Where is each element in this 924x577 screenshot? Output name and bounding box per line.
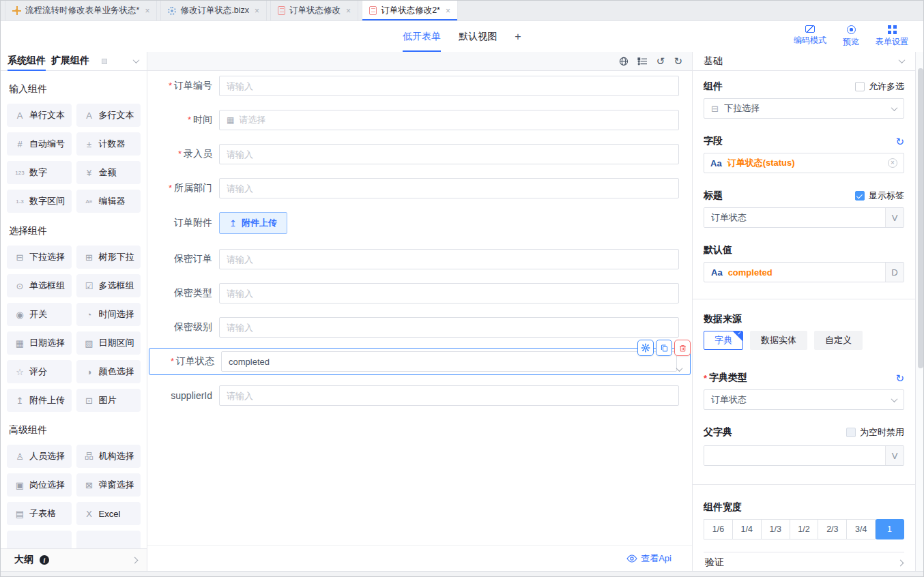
scrollbar-thumb[interactable] — [918, 68, 923, 368]
text-input[interactable] — [219, 144, 679, 164]
form-field-row[interactable]: supplierId — [147, 385, 692, 406]
component-item[interactable]: ▤ 子表格 — [7, 502, 72, 525]
component-type-select[interactable]: ⊟ 下拉选择 — [704, 98, 904, 119]
component-item[interactable]: ▦ 日期选择 — [7, 331, 72, 355]
view-api-link[interactable]: 查看Api — [641, 552, 672, 565]
component-item[interactable]: ☆ 评分 — [7, 360, 72, 383]
text-input[interactable] — [219, 249, 679, 269]
component-item[interactable]: ¥ 金额 — [76, 161, 141, 184]
data-source-option[interactable]: 数据实体 ✓ — [750, 331, 807, 350]
allow-multi-select-checkbox[interactable]: 允许多选 — [855, 80, 904, 93]
clear-icon[interactable]: × — [888, 158, 897, 168]
text-input[interactable] — [219, 178, 679, 198]
form-field-row[interactable]: 保密级别 — [147, 317, 692, 338]
title-input[interactable] — [704, 208, 885, 227]
component-item[interactable]: ▧ 日期区间 — [76, 331, 141, 355]
component-item[interactable]: A≡ 编辑器 — [76, 190, 141, 213]
text-input[interactable] — [219, 317, 679, 338]
window-tab[interactable]: 订单状态修改 × — [270, 1, 358, 20]
panel-header[interactable]: 基础 — [693, 52, 915, 71]
component-item[interactable]: # 自动编号 — [7, 132, 72, 156]
header-action-button[interactable]: 预览 — [843, 25, 859, 48]
close-icon[interactable]: × — [446, 6, 450, 16]
attachment-upload-button[interactable]: ↥ 附件上传 — [219, 212, 287, 234]
refresh-icon[interactable]: ↻ — [895, 136, 904, 147]
close-icon[interactable]: × — [145, 6, 149, 16]
component-item[interactable]: ♙ 人员选择 — [7, 445, 72, 468]
form-field-row[interactable]: *录入员 — [147, 144, 692, 164]
window-tab[interactable]: 修改订单状态.bizx × — [160, 1, 267, 20]
refresh-icon[interactable]: ↻ — [895, 373, 904, 383]
window-tab[interactable]: 流程流转时修改表单业务状态* × — [5, 1, 157, 20]
component-item[interactable]: ⊙ 单选框组 — [7, 274, 72, 297]
collapse-icon[interactable] — [102, 59, 107, 64]
view-tab[interactable]: 低开表单 — [403, 21, 441, 52]
component-item[interactable]: 123 数字 — [7, 161, 72, 184]
sidebar-tab[interactable]: 扩展组件 — [51, 52, 89, 71]
close-icon[interactable]: × — [255, 6, 259, 16]
component-item[interactable]: ↥ 附件上传 — [7, 389, 72, 412]
component-item[interactable]: ⊞ 树形下拉 — [76, 246, 141, 269]
component-item[interactable]: ☑ 多选框组 — [76, 274, 141, 297]
component-item[interactable]: ⊟ 下拉选择 — [7, 246, 72, 269]
width-option[interactable]: 3/4 — [847, 519, 876, 539]
width-option[interactable]: 1/6 — [704, 519, 733, 539]
close-icon[interactable]: × — [346, 6, 351, 16]
undo-icon[interactable]: ↺ — [656, 56, 665, 66]
form-field-row[interactable]: *时间 ▦ 请选择 — [147, 110, 692, 130]
bound-field-box[interactable]: Aa 订单状态(status) × — [704, 153, 904, 173]
header-action-button[interactable]: 表单设置 — [876, 25, 908, 48]
text-input[interactable] — [219, 76, 679, 96]
width-option[interactable]: 1/4 — [733, 519, 762, 539]
component-item[interactable]: A 多行文本 — [76, 104, 141, 127]
form-field-row[interactable]: *订单编号 — [147, 76, 692, 96]
outline-tree-icon[interactable] — [637, 57, 648, 66]
header-action-button[interactable]: 编码模式 — [794, 25, 826, 48]
text-input[interactable] — [219, 385, 679, 406]
data-source-option[interactable]: 字典 ✓ — [704, 331, 743, 350]
component-item[interactable]: 品 机构选择 — [76, 445, 141, 468]
data-source-option[interactable]: 自定义 ✓ — [814, 331, 863, 350]
component-item[interactable]: 1-3 数字区间 — [7, 190, 72, 213]
form-field-row[interactable]: *所属部门 — [147, 178, 692, 198]
disable-when-empty-checkbox[interactable]: 为空时禁用 — [846, 426, 904, 439]
component-item[interactable]: ⊡ 图片 — [76, 389, 141, 412]
variable-suffix-button[interactable]: V — [885, 208, 904, 227]
copy-field-button[interactable] — [656, 340, 672, 356]
width-option[interactable]: 2/3 — [818, 519, 847, 539]
default-suffix-button[interactable]: D — [885, 263, 904, 282]
component-item[interactable]: ⊠ 弹窗选择 — [76, 473, 141, 497]
width-option[interactable]: 1 — [876, 519, 904, 539]
component-item[interactable]: ◉ 开关 — [7, 303, 72, 326]
field-settings-button[interactable] — [637, 340, 654, 356]
sidebar-tab[interactable]: 系统组件 — [8, 52, 46, 71]
component-item[interactable]: X Excel — [76, 502, 141, 525]
add-view-button[interactable]: + — [515, 21, 521, 52]
view-tab[interactable]: 默认视图 — [459, 21, 497, 52]
parent-dict-input[interactable] — [704, 446, 885, 465]
redo-icon[interactable]: ↻ — [674, 56, 682, 66]
width-option[interactable]: 1/3 — [762, 519, 790, 539]
variable-suffix-button[interactable]: V — [885, 446, 904, 465]
panel-scrollbar[interactable] — [915, 52, 924, 571]
component-item[interactable]: ◔ 时间选择 — [76, 303, 141, 326]
dict-type-select[interactable]: 订单状态 — [704, 389, 904, 410]
component-item[interactable]: ▣ 岗位选择 — [7, 473, 72, 497]
delete-field-button[interactable] — [674, 340, 691, 356]
component-item[interactable]: ◑ 颜色选择 — [76, 360, 141, 383]
default-value-box[interactable]: Aa completed — [704, 263, 885, 282]
form-field-row[interactable]: 保密订单 — [147, 249, 692, 269]
accordion-item[interactable]: 验证 — [704, 552, 904, 571]
text-input[interactable] — [219, 283, 679, 304]
outline-bar[interactable]: 大纲 i — [1, 548, 147, 571]
component-item[interactable]: A 单行文本 — [7, 104, 72, 127]
globe-icon[interactable] — [619, 57, 629, 66]
chevron-down-icon[interactable] — [133, 57, 140, 63]
component-item[interactable]: ± 计数器 — [76, 132, 141, 156]
date-picker-input[interactable]: ▦ 请选择 — [219, 110, 679, 130]
show-label-checkbox[interactable]: 显示标签 — [855, 190, 904, 202]
form-field-row[interactable]: 保密类型 — [147, 283, 692, 304]
select-control[interactable]: completed — [221, 351, 677, 372]
selected-form-field-row[interactable]: *订单状态 completed — [149, 348, 691, 375]
window-tab[interactable]: 订单状态修改2* × — [362, 1, 458, 20]
